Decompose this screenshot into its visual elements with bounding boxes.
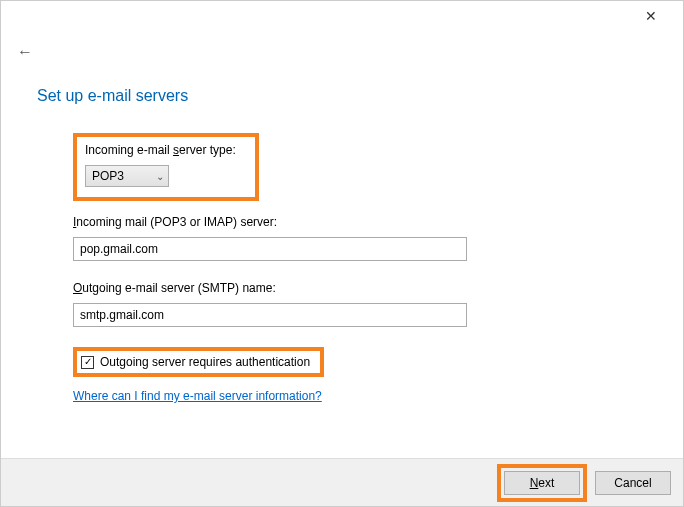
incoming-type-value: POP3 bbox=[92, 169, 124, 183]
chevron-down-icon: ⌄ bbox=[156, 171, 164, 182]
back-button[interactable]: ← bbox=[17, 43, 33, 61]
incoming-type-label: Incoming e-mail server type: bbox=[85, 143, 247, 157]
page-title: Set up e-mail servers bbox=[37, 87, 647, 105]
close-button[interactable]: ✕ bbox=[631, 8, 671, 24]
auth-checkbox-highlight: ✓ Outgoing server requires authenticatio… bbox=[73, 347, 324, 377]
auth-checkbox[interactable]: ✓ bbox=[81, 356, 94, 369]
next-button-highlight: Next bbox=[497, 464, 587, 502]
incoming-server-input[interactable] bbox=[73, 237, 467, 261]
checkmark-icon: ✓ bbox=[84, 357, 92, 367]
dialog-footer: Next Cancel bbox=[1, 458, 683, 506]
incoming-type-dropdown[interactable]: POP3 ⌄ bbox=[85, 165, 169, 187]
incoming-server-label: Incoming mail (POP3 or IMAP) server: bbox=[73, 215, 647, 229]
next-button[interactable]: Next bbox=[504, 471, 580, 495]
auth-checkbox-label: Outgoing server requires authentication bbox=[100, 355, 310, 369]
incoming-type-highlight: Incoming e-mail server type: POP3 ⌄ bbox=[73, 133, 259, 201]
help-link[interactable]: Where can I find my e-mail server inform… bbox=[73, 389, 322, 403]
outgoing-server-input[interactable] bbox=[73, 303, 467, 327]
cancel-button[interactable]: Cancel bbox=[595, 471, 671, 495]
outgoing-server-label: Outgoing e-mail server (SMTP) name: bbox=[73, 281, 647, 295]
